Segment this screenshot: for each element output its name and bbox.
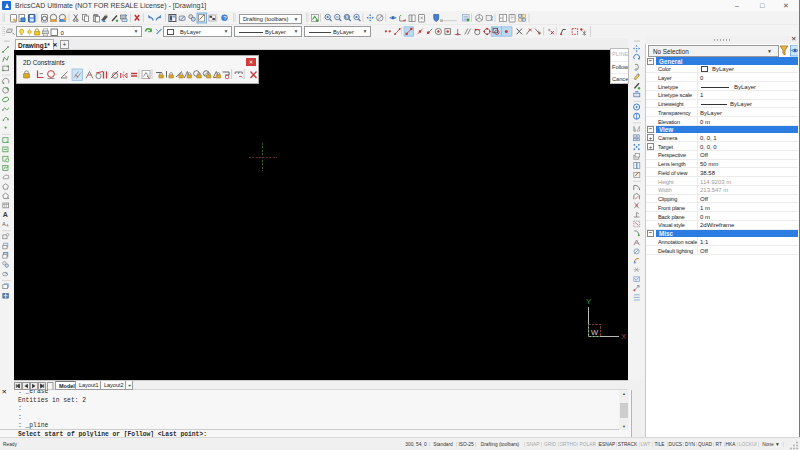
svg-text:A: A xyxy=(2,221,6,227)
svg-text:A: A xyxy=(3,212,8,219)
svg-text:0: 0 xyxy=(61,30,65,36)
svg-text:X: X xyxy=(621,332,627,341)
svg-text:W: W xyxy=(591,328,599,337)
svg-text:Y: Y xyxy=(586,297,592,306)
